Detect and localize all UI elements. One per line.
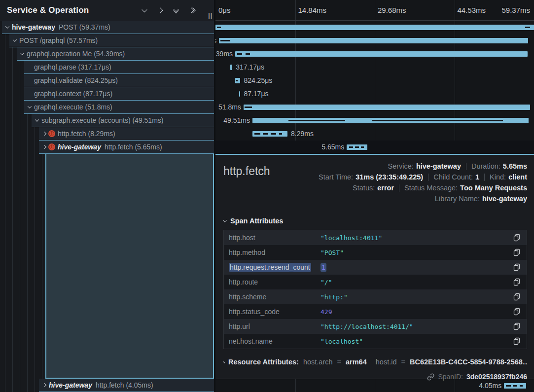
child-span-marker (245, 107, 252, 108)
duration-label: 51.8ms (218, 101, 241, 114)
span-attributes-title: Span Attributes (230, 217, 283, 225)
bottom-span-row: hive-gatewayhttp.fetch (4.05ms) (0, 379, 215, 392)
copy-icon[interactable] (507, 337, 527, 345)
chevron-down-icon[interactable] (26, 106, 33, 108)
attribute-key: http.url (224, 322, 320, 330)
operation-name: subgraph.execute (accounts) (49.51ms) (41, 116, 163, 124)
resource-attributes-row[interactable]: Resource Attributes: host.arch=arm64host… (223, 356, 527, 368)
span-tree-panel: Service & Operation || hive-gatewayPOST … (0, 0, 215, 392)
copy-icon[interactable] (507, 322, 527, 330)
chevron-right-icon (223, 361, 225, 363)
child-span-marker (254, 133, 260, 135)
span-tree-row[interactable]: graphql.context (87.17μs) (0, 87, 214, 101)
attribute-key: http.status_code (224, 308, 320, 316)
time-tick-label: 29.68ms (378, 0, 406, 21)
span-tree-row[interactable]: graphql.parse (317.17μs) (0, 61, 214, 74)
span-tree-row[interactable]: graphql.execute (51.8ms) (0, 101, 214, 114)
span-row-content: graphql.validate (824.25μs) (24, 74, 214, 87)
time-tick-label: 44.53ms (458, 0, 486, 21)
copy-icon[interactable] (507, 263, 527, 271)
timeline-span-row: 87.17μs (215, 87, 534, 101)
copy-icon[interactable] (507, 308, 527, 316)
span-tree-row[interactable]: POST /graphql (57.57ms) (0, 34, 214, 47)
chevron-right-icon[interactable] (40, 145, 48, 148)
span-meta: Service:hive-gatewayDuration:5.65msStart… (319, 161, 527, 204)
meta-pair: Library Name:hive-gateway (435, 195, 527, 203)
meta-pair: Child Count:1 (433, 173, 479, 181)
expand-all-icon[interactable] (187, 6, 196, 14)
meta-label: Start Time: (319, 173, 353, 181)
chevron-right-icon[interactable] (40, 384, 48, 387)
duration-label: 87.17μs (244, 87, 268, 101)
span-bar[interactable] (230, 65, 233, 70)
tree-indent-guides (0, 154, 45, 379)
span-bar[interactable] (244, 105, 530, 110)
meta-label: Kind: (490, 173, 506, 181)
detail-header: http.fetch Service:hive-gatewayDuration:… (223, 161, 527, 204)
child-span-marker (520, 385, 523, 387)
child-span-marker (271, 133, 277, 135)
meta-separator (428, 174, 428, 181)
copy-icon[interactable] (507, 293, 527, 301)
chevron-down-icon[interactable] (11, 39, 18, 42)
span-row-content: graphql.context (87.17μs) (24, 87, 214, 101)
panel-divider[interactable] (214, 0, 215, 392)
operation-name: http.fetch (5.65ms) (105, 143, 162, 151)
timeline-ruler: 0μs14.84ms29.68ms44.53ms59.37ms (215, 0, 534, 21)
tree-indent-guides (0, 101, 24, 114)
copy-icon[interactable] (507, 278, 527, 286)
chevron-down-icon[interactable] (18, 52, 26, 55)
span-tree-row[interactable]: http.fetch (8.29ms) (0, 127, 214, 141)
span-tree-row[interactable]: graphql.operation Me (54.39ms) (0, 47, 214, 61)
meta-value: client (508, 173, 527, 181)
attribute-row: http.url"http://localhost:4011/" (224, 319, 527, 334)
operation-name: graphql.context (87.17μs) (34, 90, 112, 98)
meta-label: Duration: (471, 162, 500, 170)
child-span-marker (279, 133, 282, 135)
duration-label: 824.25μs (244, 74, 272, 87)
duration-label: 8.29ms (291, 127, 314, 141)
operation-name: graphql.validate (824.25μs) (34, 76, 118, 84)
span-row-content: hive-gatewayhttp.fetch (5.65ms) (39, 141, 214, 154)
child-span-marker (220, 40, 230, 41)
tree-controls (140, 6, 196, 14)
duration-label: 49.51ms (223, 114, 250, 127)
expand-one-icon[interactable] (156, 6, 165, 14)
copy-icon[interactable] (507, 234, 527, 242)
span-bar[interactable] (239, 91, 241, 97)
meta-separator (399, 184, 399, 192)
tree-indent-guides (0, 127, 39, 141)
span-bar[interactable] (235, 51, 528, 57)
panel-resize-grip[interactable]: || (208, 12, 213, 19)
duration-label: 57.57ms (215, 34, 216, 47)
service-name: hive-gateway (58, 143, 101, 151)
span-tree-row[interactable]: hive-gatewayhttp.fetch (4.05ms) (0, 379, 214, 392)
span-tree-row[interactable]: hive-gatewayhttp.fetch (5.65ms) (0, 141, 214, 154)
span-tree-row[interactable]: hive-gatewayPOST (59.37ms) (0, 21, 214, 34)
operation-name: graphql.operation Me (54.39ms) (27, 50, 125, 58)
operation-name: http.fetch (4.05ms) (96, 381, 153, 389)
link-icon[interactable] (427, 373, 434, 381)
span-bar[interactable] (219, 38, 528, 43)
span-tree-row[interactable]: graphql.validate (824.25μs) (0, 74, 214, 87)
resource-key: host.id (376, 358, 397, 366)
chevron-down-icon[interactable] (3, 26, 11, 29)
timeline-span-row: 59.37ms (215, 21, 534, 34)
span-tree-row[interactable]: subgraph.execute (accounts) (49.51ms) (0, 114, 214, 127)
attribute-value: "/" (320, 279, 507, 286)
chevron-down-icon[interactable] (33, 119, 40, 122)
operation-name: graphql.execute (51.8ms) (34, 103, 112, 111)
resource-value: arm64 (346, 358, 367, 366)
copy-icon[interactable] (507, 249, 527, 256)
span-attributes-toggle[interactable]: Span Attributes (223, 217, 527, 225)
child-span-marker (513, 385, 518, 387)
operation-name: POST /graphql (57.57ms) (19, 36, 98, 44)
timeline-span-row: 317.17μs (215, 61, 534, 74)
service-name: hive-gateway (49, 381, 92, 389)
child-span-marker (355, 146, 359, 148)
chevron-right-icon[interactable] (40, 132, 48, 135)
span-bar[interactable] (215, 25, 534, 30)
collapse-all-icon[interactable] (172, 6, 180, 14)
child-span-marker (372, 120, 503, 121)
collapse-one-icon[interactable] (140, 6, 149, 14)
